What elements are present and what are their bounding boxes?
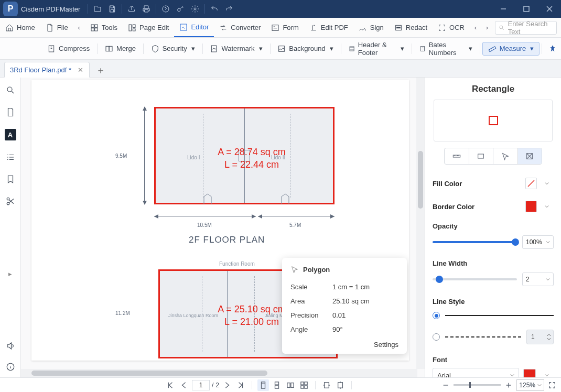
- nav-prev[interactable]: ‹: [73, 18, 85, 37]
- font-family-select[interactable]: Arial: [433, 368, 519, 377]
- view-cover-icon[interactable]: [298, 379, 310, 391]
- fit-width-icon[interactable]: [321, 379, 332, 391]
- nav-editor[interactable]: Editor: [174, 18, 214, 37]
- minimize-button[interactable]: [492, 0, 515, 18]
- app-logo: P: [3, 2, 18, 16]
- pin-toolbar-icon[interactable]: [544, 45, 561, 53]
- search-input[interactable]: Enter Search Text: [495, 21, 557, 35]
- tool-background[interactable]: Background▾: [272, 42, 338, 55]
- dash-count-stepper[interactable]: 1: [526, 330, 554, 344]
- svg-rect-23: [489, 46, 496, 51]
- zoom-in-button[interactable]: [503, 379, 514, 391]
- font-color-dropdown[interactable]: [540, 369, 554, 377]
- svg-rect-5: [94, 25, 97, 27]
- svg-rect-14: [396, 27, 400, 28]
- tab-close-icon[interactable]: ✕: [77, 66, 84, 73]
- nav-form[interactable]: Form: [266, 18, 304, 37]
- nav-tools[interactable]: Tools: [85, 18, 123, 37]
- key-icon[interactable]: [173, 2, 188, 16]
- border-color-dropdown[interactable]: [540, 200, 554, 213]
- open-icon[interactable]: [90, 2, 105, 16]
- border-color-swatch[interactable]: [525, 201, 537, 212]
- opacity-value[interactable]: 100%: [522, 235, 554, 249]
- zoom-level-select[interactable]: 125%: [516, 379, 544, 391]
- radio-solid[interactable]: [433, 312, 440, 319]
- font-color-swatch[interactable]: [523, 369, 536, 377]
- tab-label: 3Rd Floor Plan.pdf *: [10, 66, 71, 74]
- tool-compress[interactable]: Compress: [42, 42, 95, 55]
- nav-sign[interactable]: Sign: [353, 18, 389, 37]
- fill-color-dropdown[interactable]: [540, 177, 554, 190]
- svg-rect-12: [272, 25, 278, 30]
- view-continuous-icon[interactable]: [271, 379, 283, 391]
- svg-rect-18: [109, 46, 112, 51]
- share-icon[interactable]: [124, 2, 139, 16]
- fullscreen-icon[interactable]: [546, 379, 558, 391]
- page-first-button[interactable]: [165, 379, 176, 391]
- radio-dashed[interactable]: [433, 333, 440, 341]
- nav-converter[interactable]: Converter: [214, 18, 266, 37]
- vertical-scrollbar[interactable]: [416, 78, 425, 369]
- popup-settings-link[interactable]: Settings: [290, 341, 398, 349]
- tab-area-icon[interactable]: [517, 148, 542, 164]
- document-canvas[interactable]: 9.5M Lido I Lido II A = 28.74 sq cm L = …: [21, 78, 425, 377]
- page-next-button[interactable]: [221, 379, 233, 391]
- settings-icon[interactable]: [188, 2, 202, 16]
- zoom-out-button[interactable]: [440, 379, 451, 391]
- find-icon[interactable]: [5, 85, 16, 95]
- sidebar-expand[interactable]: ▸: [8, 218, 12, 329]
- tab-rectangle-icon[interactable]: [469, 148, 493, 164]
- nav-page-edit[interactable]: Page Edit: [123, 18, 174, 37]
- svg-rect-22: [420, 46, 424, 51]
- view-facing-icon[interactable]: [285, 379, 296, 391]
- line-style-solid[interactable]: [433, 307, 554, 324]
- print-icon[interactable]: [139, 2, 154, 16]
- save-icon[interactable]: [105, 2, 120, 16]
- tab-add-button[interactable]: ＋: [94, 63, 107, 77]
- page-last-button[interactable]: [235, 379, 246, 391]
- nav-ocr[interactable]: OCR: [433, 18, 470, 37]
- outline-icon[interactable]: [5, 152, 16, 162]
- tool-measure[interactable]: Measure▾: [482, 42, 540, 56]
- tool-header-footer[interactable]: Header & Footer▾: [343, 39, 409, 59]
- close-button[interactable]: [538, 0, 561, 18]
- svg-rect-31: [262, 382, 265, 388]
- annotations-icon[interactable]: A: [5, 129, 16, 140]
- maximize-button[interactable]: [515, 0, 538, 18]
- nav-scroll-left[interactable]: ‹: [470, 18, 481, 37]
- tab-ruler-icon[interactable]: [445, 148, 469, 164]
- line-width-slider[interactable]: [433, 278, 517, 280]
- page-number-input[interactable]: [192, 380, 210, 390]
- bookmark-icon[interactable]: [5, 174, 16, 184]
- horizontal-scrollbar[interactable]: [21, 369, 417, 377]
- thumbnails-icon[interactable]: [5, 107, 16, 117]
- info-icon[interactable]: [5, 362, 16, 372]
- svg-point-2: [194, 8, 196, 10]
- zoom-slider[interactable]: [454, 384, 501, 386]
- nav-scroll-right[interactable]: ›: [481, 18, 493, 37]
- tab-strip: 3Rd Floor Plan.pdf * ✕ ＋: [0, 60, 561, 78]
- tool-merge[interactable]: Merge: [100, 42, 141, 55]
- opacity-slider[interactable]: [433, 241, 517, 243]
- tool-watermark[interactable]: Watermark▾: [204, 42, 267, 55]
- fit-page-icon[interactable]: [335, 379, 346, 391]
- scissors-icon[interactable]: [5, 196, 16, 206]
- nav-edit-pdf[interactable]: Edit PDF: [304, 18, 353, 37]
- nav-file[interactable]: File: [40, 18, 73, 37]
- line-width-value[interactable]: 2: [522, 273, 554, 286]
- line-style-dashed[interactable]: 1: [433, 324, 554, 350]
- tool-bates[interactable]: Bates Numbers▾: [414, 39, 478, 59]
- page-prev-button[interactable]: [178, 379, 190, 391]
- nav-redact[interactable]: Redact: [389, 18, 433, 37]
- undo-icon[interactable]: [207, 2, 222, 16]
- tool-security[interactable]: Security▾: [146, 42, 200, 55]
- fill-color-swatch[interactable]: [525, 178, 537, 189]
- nav-home[interactable]: Home: [0, 18, 40, 37]
- view-single-icon[interactable]: [257, 379, 269, 391]
- pdf-page[interactable]: 9.5M Lido I Lido II A = 28.74 sq cm L = …: [31, 80, 409, 361]
- help-icon[interactable]: [158, 2, 173, 16]
- tab-polygon-icon[interactable]: [493, 148, 517, 164]
- document-tab[interactable]: 3Rd Floor Plan.pdf * ✕: [4, 62, 90, 78]
- sound-icon[interactable]: [5, 341, 16, 351]
- redo-icon[interactable]: [222, 2, 236, 16]
